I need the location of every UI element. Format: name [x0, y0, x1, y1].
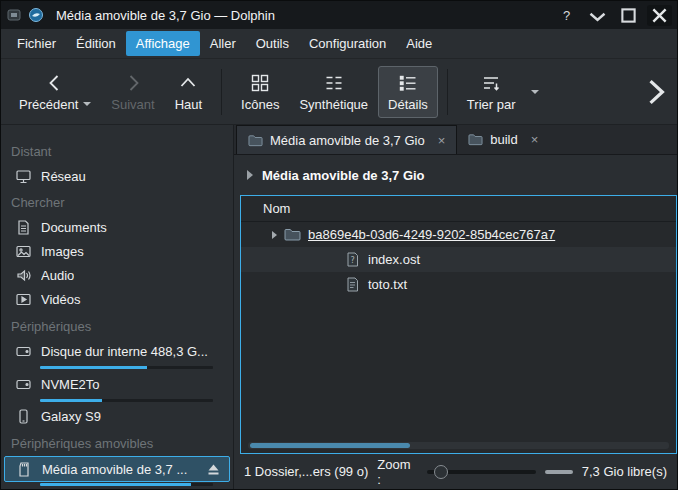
file-row-toto-txt[interactable]: toto.txt — [241, 272, 676, 297]
place-label: Documents — [41, 220, 107, 235]
menu-outils[interactable]: Outils — [246, 31, 299, 56]
dolphin-app-icon — [28, 7, 44, 23]
tab-label: build — [490, 132, 517, 147]
svg-text:?: ? — [350, 256, 354, 265]
items-summary: 1 Dossier,...ers (99 o) — [244, 464, 368, 479]
sidebar-item-audio[interactable]: Audio — [1, 264, 233, 288]
menu-fichier[interactable]: Fichier — [7, 31, 66, 56]
file-name[interactable]: index.ost — [368, 252, 420, 267]
device-label: Disque dur interne 488,3 G... — [41, 344, 208, 359]
chevron-up-icon — [177, 72, 199, 94]
sd-card-icon — [16, 461, 33, 478]
images-icon — [15, 243, 32, 260]
device-label: NVME2To — [41, 377, 100, 392]
device-label: Média amovible de 3,7 ... — [42, 462, 187, 477]
close-button[interactable] — [647, 5, 672, 26]
minimize-button[interactable] — [585, 5, 610, 26]
compact-view-button[interactable]: Synthétique — [289, 66, 378, 118]
details-view-icon — [397, 72, 419, 94]
tab-media-amovible[interactable]: Média amovible de 3,7 Gio × — [236, 125, 457, 154]
breadcrumb-current[interactable]: Média amovible de 3,7 Gio — [262, 168, 425, 183]
toolbar-separator — [221, 69, 222, 115]
sort-icon — [480, 72, 502, 94]
status-bar: 1 Dossier,...ers (99 o) Zoom : 7,3 Gio l… — [234, 454, 677, 489]
free-space-bar — [545, 470, 572, 474]
chevron-left-icon — [44, 72, 66, 94]
icons-view-button[interactable]: Icônes — [231, 66, 289, 118]
menu-affichage[interactable]: Affichage — [126, 31, 200, 56]
file-row-folder[interactable]: ba869e4b-03d6-4249-9202-85b4cec767a7 — [241, 222, 676, 247]
app-icon — [6, 7, 22, 23]
sort-by-button[interactable]: Trier par — [457, 66, 526, 118]
breadcrumb: Média amovible de 3,7 Gio — [234, 155, 677, 195]
tab-close-icon[interactable]: × — [531, 133, 539, 146]
back-button[interactable]: Précédent — [9, 66, 101, 118]
disk-usage-bar — [40, 483, 213, 486]
text-file-icon — [344, 277, 361, 292]
menu-aller[interactable]: Aller — [200, 31, 246, 56]
sort-caret-down-icon[interactable] — [531, 90, 539, 94]
compact-label: Synthétique — [299, 97, 368, 112]
section-peripheriques: Périphériques — [1, 312, 233, 339]
folder-icon — [468, 133, 483, 146]
free-space-label: 7,3 Gio libre(s) — [582, 464, 667, 479]
audio-icon — [15, 267, 32, 284]
section-peripheriques-amovibles: Périphériques amovibles — [1, 429, 233, 456]
tab-close-icon[interactable]: × — [438, 134, 446, 147]
file-row-index-ost[interactable]: ? index.ost — [241, 247, 676, 272]
sidebar-item-images[interactable]: Images — [1, 239, 233, 263]
sidebar-item-reseau[interactable]: Réseau — [1, 164, 233, 188]
disk-usage-bar — [40, 399, 213, 402]
eject-icon[interactable] — [206, 462, 221, 477]
videos-icon — [15, 291, 32, 308]
menu-aide[interactable]: Aide — [396, 31, 442, 56]
dolphin-window: Média amovible de 3,7 Gio — Dolphin ? Fi… — [0, 0, 678, 490]
maximize-button[interactable] — [616, 5, 641, 26]
zoom-slider[interactable] — [427, 464, 537, 480]
sort-label: Trier par — [467, 97, 516, 112]
horizontal-scrollbar[interactable] — [248, 442, 669, 449]
place-label: Réseau — [41, 169, 86, 184]
section-distant: Distant — [1, 137, 233, 164]
up-button[interactable]: Haut — [165, 66, 212, 118]
scrollbar-thumb[interactable] — [250, 443, 410, 448]
caret-down-icon[interactable] — [83, 102, 91, 106]
expand-arrow-icon[interactable] — [272, 231, 277, 239]
place-label: Audio — [41, 268, 74, 283]
sidebar-item-documents[interactable]: Documents — [1, 215, 233, 239]
menu-edition[interactable]: Édition — [66, 31, 126, 56]
tab-bar: Média amovible de 3,7 Gio × build × — [234, 125, 677, 155]
file-name[interactable]: toto.txt — [368, 277, 407, 292]
sidebar-item-disque-dur-interne[interactable]: Disque dur interne 488,3 G... — [1, 339, 233, 372]
column-header-nom[interactable]: Nom — [241, 196, 676, 222]
toolbar-overflow-button[interactable] — [643, 72, 669, 112]
zoom-label: Zoom : — [377, 457, 417, 487]
compact-view-icon — [323, 72, 345, 94]
sidebar-item-videos[interactable]: Vidéos — [1, 288, 233, 312]
menu-configuration[interactable]: Configuration — [299, 31, 396, 56]
forward-button[interactable]: Suivant — [101, 66, 164, 118]
forward-label: Suivant — [111, 97, 154, 112]
toolbar: Précédent Suivant Haut Icônes Synthét — [1, 59, 677, 125]
file-name[interactable]: ba869e4b-03d6-4249-9202-85b4cec767a7 — [308, 227, 555, 242]
sidebar-item-nvme2to[interactable]: NVME2To — [1, 372, 233, 405]
hard-drive-icon — [15, 376, 32, 393]
zoom-slider-handle[interactable] — [434, 465, 448, 479]
sidebar-item-media-amovible[interactable]: Média amovible de 3,7 ... — [1, 456, 233, 489]
hard-drive-icon — [15, 343, 32, 360]
view-empty-area[interactable] — [241, 297, 676, 453]
column-header-label: Nom — [263, 201, 290, 216]
sidebar-item-galaxy-s9[interactable]: Galaxy S9 — [1, 405, 233, 429]
icons-view-icon — [249, 72, 271, 94]
toolbar-separator-2 — [447, 69, 448, 115]
window-title: Média amovible de 3,7 Gio — Dolphin — [56, 8, 275, 23]
disk-usage-bar — [40, 366, 213, 369]
place-label: Images — [41, 244, 84, 259]
titlebar[interactable]: Média amovible de 3,7 Gio — Dolphin ? — [1, 1, 677, 29]
tab-build[interactable]: build × — [457, 125, 549, 154]
details-view-button[interactable]: Détails — [378, 66, 438, 118]
device-label: Galaxy S9 — [41, 409, 101, 424]
help-button[interactable]: ? — [554, 5, 579, 26]
unknown-file-icon: ? — [344, 252, 361, 267]
place-label: Vidéos — [41, 292, 81, 307]
